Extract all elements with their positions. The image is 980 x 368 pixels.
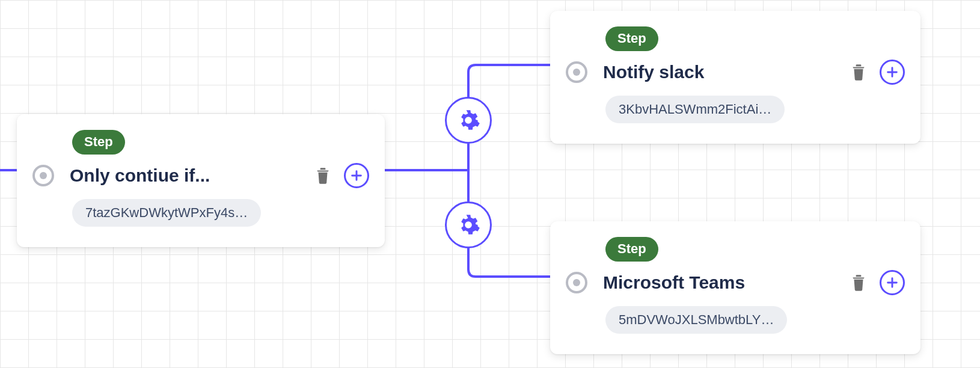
step-node-slack[interactable]: Step Notify slack 3KbvHALSWmm2FictAi… (550, 11, 920, 144)
add-step-button[interactable] (344, 163, 369, 188)
branch-node-bottom[interactable] (445, 201, 492, 248)
step-title: Notify slack (603, 62, 833, 82)
step-badge: Step (605, 26, 658, 51)
add-step-button[interactable] (880, 60, 905, 85)
trash-icon[interactable] (315, 167, 331, 185)
branch-node-top[interactable] (445, 97, 492, 144)
workflow-canvas[interactable]: Step Only contiue if... 7tazGKwDWkytWPxF… (0, 0, 980, 368)
radio-icon[interactable] (566, 272, 587, 293)
add-step-button[interactable] (880, 270, 905, 295)
step-id-chip: 5mDVWoJXLSMbwtbLY… (605, 306, 787, 334)
step-title: Only contiue if... (70, 165, 297, 186)
radio-icon[interactable] (32, 165, 54, 186)
step-node-teams[interactable]: Step Microsoft Teams 5mDVWoJXLSMbwtbLY… (550, 221, 920, 354)
step-title: Microsoft Teams (603, 272, 833, 293)
trash-icon[interactable] (851, 274, 866, 292)
step-id-chip: 7tazGKwDWkytWPxFy4s… (72, 199, 261, 227)
gear-icon (456, 108, 480, 132)
step-badge: Step (72, 130, 125, 155)
step-node-condition[interactable]: Step Only contiue if... 7tazGKwDWkytWPxF… (17, 114, 385, 247)
gear-icon (456, 213, 480, 237)
trash-icon[interactable] (851, 63, 866, 81)
step-badge: Step (605, 237, 658, 262)
step-id-chip: 3KbvHALSWmm2FictAi… (605, 96, 785, 123)
radio-icon[interactable] (566, 61, 587, 83)
